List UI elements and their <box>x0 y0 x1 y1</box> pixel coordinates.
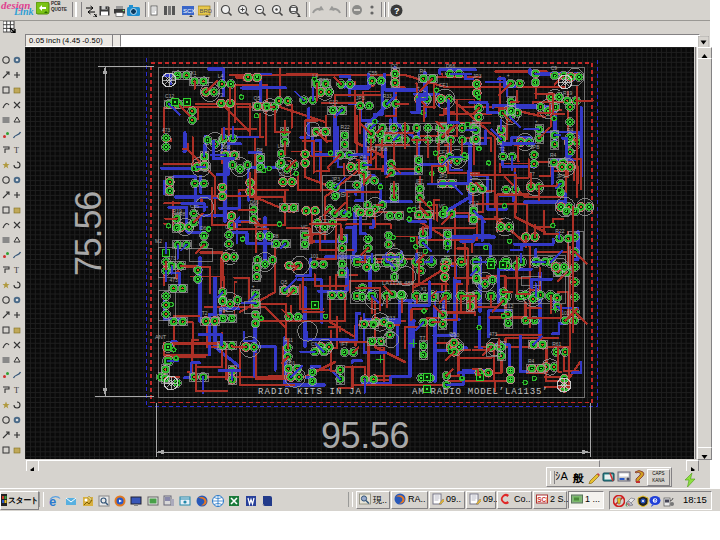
svg-text:R4: R4 <box>528 358 535 364</box>
svg-text:L4: L4 <box>218 73 224 79</box>
svg-text:R22: R22 <box>385 127 394 133</box>
svg-text:C9: C9 <box>551 65 558 71</box>
svg-text:3PB: 3PB <box>441 257 451 263</box>
svg-text:M2: M2 <box>155 238 162 244</box>
svg-text:SCX: SCX <box>183 8 195 14</box>
svg-text:T2: T2 <box>217 92 223 98</box>
svg-text:R61: R61 <box>552 341 561 347</box>
svg-text:101: 101 <box>310 253 319 259</box>
svg-text:VC: VC <box>301 224 308 230</box>
svg-text:+: + <box>507 72 510 78</box>
svg-text:1A7368: 1A7368 <box>367 146 388 152</box>
svg-text:T: T <box>14 146 19 155</box>
svg-text:T7: T7 <box>529 171 535 177</box>
svg-text:L4: L4 <box>439 304 445 310</box>
svg-text:473: 473 <box>489 331 498 337</box>
svg-text:T: T <box>14 266 19 275</box>
svg-text:JP3: JP3 <box>473 73 482 79</box>
svg-text:CF1: CF1 <box>438 149 448 155</box>
svg-text:Q5: Q5 <box>281 279 288 285</box>
svg-text:X1: X1 <box>421 286 427 292</box>
svg-text:473: 473 <box>170 277 179 283</box>
svg-text:R19: R19 <box>173 208 182 214</box>
svg-text:R33: R33 <box>383 93 392 99</box>
svg-text:D66: D66 <box>250 199 259 205</box>
svg-text:+: + <box>417 84 420 90</box>
svg-text:T7: T7 <box>420 335 426 341</box>
svg-text:C12: C12 <box>470 200 479 206</box>
svg-text:SCH: SCH <box>537 496 548 503</box>
svg-text:AM RADIO MODEL’LA1135’: AM RADIO MODEL’LA1135’ <box>412 387 548 397</box>
svg-text:R22: R22 <box>341 124 350 130</box>
svg-text:R19: R19 <box>563 90 572 96</box>
svg-text:?: ? <box>394 6 400 16</box>
svg-text:IFT: IFT <box>416 178 424 184</box>
svg-text:D66: D66 <box>446 63 455 69</box>
svg-text:473: 473 <box>162 127 171 133</box>
svg-text:R61: R61 <box>219 307 228 313</box>
svg-text:L4: L4 <box>277 143 283 149</box>
svg-text:ANT: ANT <box>155 334 167 340</box>
svg-text:D66: D66 <box>221 144 230 150</box>
svg-text:D1: D1 <box>279 171 286 177</box>
svg-text:+: + <box>252 283 255 289</box>
svg-text:C30: C30 <box>450 332 459 338</box>
svg-text:T: T <box>14 386 19 395</box>
svg-text:75.56: 75.56 <box>68 192 109 276</box>
svg-text:T2: T2 <box>499 146 505 152</box>
svg-text:+: + <box>535 118 538 124</box>
svg-text:473: 473 <box>168 255 177 261</box>
svg-text:JP3: JP3 <box>331 176 340 182</box>
svg-text:R4: R4 <box>550 152 557 158</box>
svg-text:C55: C55 <box>368 70 377 76</box>
svg-text:T2: T2 <box>202 310 208 316</box>
svg-text:C12: C12 <box>504 303 513 309</box>
svg-text:C12: C12 <box>329 99 338 105</box>
svg-text:R33: R33 <box>386 315 395 321</box>
svg-text:95.56: 95.56 <box>321 415 409 456</box>
svg-text:RADIO KITS IN JA: RADIO KITS IN JA <box>258 387 362 397</box>
svg-text:R4: R4 <box>419 68 426 74</box>
svg-text:IFT: IFT <box>341 341 349 347</box>
svg-text:BRD: BRD <box>200 8 213 14</box>
svg-text:CF1: CF1 <box>439 82 449 88</box>
svg-text:JP3: JP3 <box>356 95 365 101</box>
svg-text:Q2: Q2 <box>391 63 398 69</box>
svg-text:R4: R4 <box>567 127 574 133</box>
svg-text:R8: R8 <box>256 147 263 153</box>
svg-text:Q5: Q5 <box>254 95 261 101</box>
svg-text:D66: D66 <box>338 253 347 259</box>
